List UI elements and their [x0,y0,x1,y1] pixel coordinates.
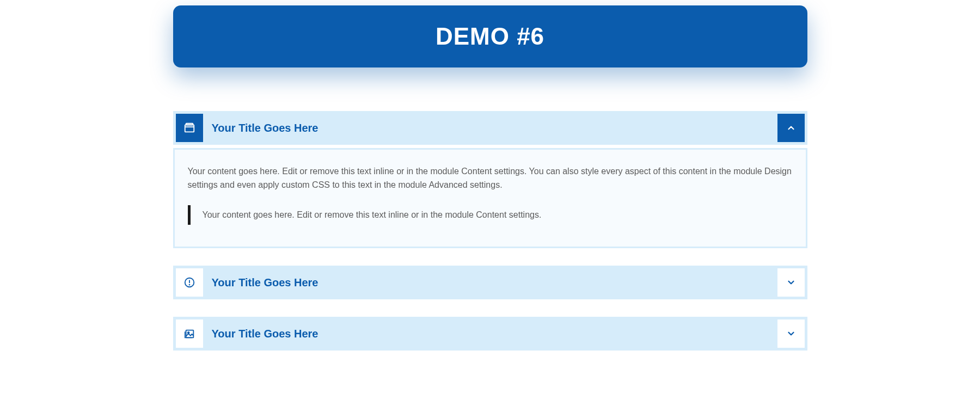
accordion-content: Your content goes here. Edit or remove t… [173,148,807,248]
accordion-title: Your Title Goes Here [203,268,772,297]
window-icon [176,114,203,142]
chevron-down-icon[interactable] [777,319,805,348]
accordion-header[interactable]: Your Title Goes Here [173,111,807,145]
accordion-item: Your Title Goes Here [173,266,807,299]
chevron-down-icon[interactable] [777,268,805,297]
accordion-header[interactable]: Your Title Goes Here [173,317,807,351]
content-quote: Your content goes here. Edit or remove t… [188,205,793,225]
image-icon [176,319,203,348]
content-paragraph: Your content goes here. Edit or remove t… [188,165,793,192]
accordion-title: Your Title Goes Here [203,319,772,348]
svg-rect-2 [186,124,193,125]
header-banner: DEMO #6 [173,5,807,67]
chevron-up-icon[interactable] [777,114,805,142]
accordion-item: Your Title Goes Here Your content goes h… [173,111,807,248]
accordion-title: Your Title Goes Here [203,114,772,142]
page-title: DEMO #6 [184,23,797,50]
svg-point-5 [189,285,189,285]
svg-rect-0 [185,125,194,132]
alert-circle-icon [176,268,203,297]
accordion-header[interactable]: Your Title Goes Here [173,266,807,299]
accordion-item: Your Title Goes Here [173,317,807,351]
